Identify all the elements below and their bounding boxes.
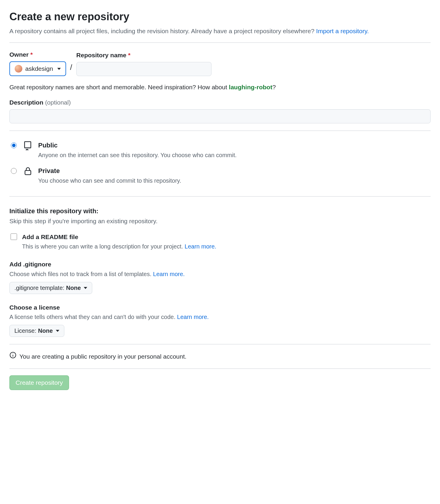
public-title: Public (38, 140, 237, 150)
hint-suffix: ? (272, 84, 276, 90)
lock-icon (23, 166, 33, 178)
repo-icon (23, 140, 33, 153)
svg-rect-1 (25, 171, 31, 175)
private-title: Private (38, 166, 181, 176)
required-star: * (128, 52, 130, 58)
owner-name-section: Owner * askdesign / Repository name * Gr… (9, 43, 431, 131)
description-input[interactable] (9, 109, 431, 123)
visibility-public-radio[interactable] (11, 142, 17, 148)
visibility-section: Public Anyone on the internet can see th… (9, 131, 431, 196)
license-select-prefix: License: (14, 327, 36, 334)
readme-learn-more-link[interactable]: Learn more. (185, 243, 216, 250)
owner-field: Owner * askdesign (9, 50, 66, 76)
add-readme-title: Add a README file (22, 232, 216, 242)
chevron-down-icon (56, 330, 59, 332)
license-desc-text: A license tells others what they can and… (9, 314, 177, 320)
description-label-text: Description (9, 99, 43, 106)
private-desc: You choose who can see and commit to thi… (38, 176, 181, 185)
initialize-heading: Initialize this repository with: (9, 206, 431, 216)
owner-select-button[interactable]: askdesign (9, 61, 66, 76)
license-desc: A license tells others what they can and… (9, 313, 431, 321)
repo-name-input[interactable] (76, 62, 211, 76)
visibility-public-option[interactable]: Public Anyone on the internet can see th… (9, 138, 431, 164)
gitignore-template-select[interactable]: .gitignore template: None (9, 282, 92, 294)
repo-name-field: Repository name * (76, 51, 211, 76)
gitignore-section: Add .gitignore Choose which files not to… (9, 260, 431, 294)
license-select-value: None (38, 327, 53, 334)
create-repository-button[interactable]: Create repository (9, 375, 69, 390)
public-desc: Anyone on the internet can see this repo… (38, 151, 237, 159)
add-readme-option[interactable]: Add a README file This is where you can … (9, 232, 431, 251)
chevron-down-icon (84, 287, 87, 289)
gitignore-desc: Choose which files not to track from a l… (9, 270, 431, 278)
add-readme-checkbox[interactable] (11, 233, 17, 240)
visibility-private-option[interactable]: Private You choose who can see and commi… (9, 164, 431, 189)
license-learn-more-link[interactable]: Learn more. (177, 314, 209, 320)
repo-name-label-text: Repository name (76, 52, 126, 58)
import-repository-link[interactable]: Import a repository. (316, 28, 369, 34)
add-readme-desc: This is where you can write a long descr… (22, 242, 216, 251)
owner-value: askdesign (25, 65, 53, 72)
initialize-section: Initialize this repository with: Skip th… (9, 197, 431, 344)
info-notice-row: You are creating a public repository in … (9, 345, 431, 368)
hint-prefix: Great repository names are short and mem… (9, 84, 229, 90)
gitignore-select-value: None (66, 285, 81, 291)
subtitle-text: A repository contains all project files,… (9, 28, 316, 34)
info-notice-text: You are creating a public repository in … (19, 352, 187, 361)
optional-tag: (optional) (45, 99, 71, 106)
divider (9, 368, 431, 369)
owner-label-text: Owner (9, 51, 28, 58)
page-title: Create a new repository (9, 9, 431, 25)
svg-point-3 (13, 354, 13, 354)
owner-label: Owner * (9, 50, 66, 59)
readme-desc-text: This is where you can write a long descr… (22, 243, 185, 250)
chevron-down-icon (57, 68, 61, 70)
repo-name-label: Repository name * (76, 51, 211, 60)
info-icon (9, 352, 16, 361)
svg-rect-0 (25, 142, 31, 148)
repo-name-suggestion[interactable]: laughing-robot (229, 84, 272, 90)
license-select[interactable]: License: None (9, 325, 64, 337)
gitignore-learn-more-link[interactable]: Learn more. (153, 271, 185, 277)
visibility-private-radio[interactable] (11, 168, 17, 174)
license-section: Choose a license A license tells others … (9, 303, 431, 337)
required-star: * (30, 51, 33, 58)
description-label: Description (optional) (9, 99, 71, 106)
repo-name-hint: Great repository names are short and mem… (9, 83, 431, 92)
page-subtitle: A repository contains all project files,… (9, 26, 431, 36)
initialize-sub: Skip this step if you're importing an ex… (9, 216, 431, 226)
gitignore-desc-text: Choose which files not to track from a l… (9, 271, 153, 277)
path-separator: / (70, 62, 72, 76)
license-title: Choose a license (9, 303, 431, 312)
gitignore-select-prefix: .gitignore template: (14, 285, 64, 291)
avatar (15, 65, 22, 73)
gitignore-title: Add .gitignore (9, 260, 431, 269)
